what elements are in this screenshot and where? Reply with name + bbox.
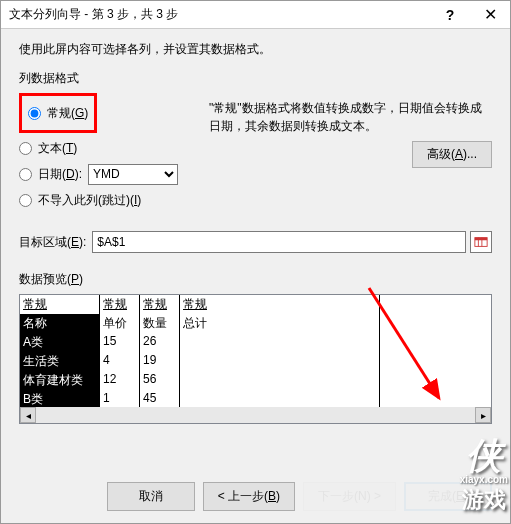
back-button[interactable]: < 上一步(B) — [203, 482, 295, 511]
help-button[interactable]: ? — [430, 1, 470, 29]
preview-cell: 总计 — [180, 314, 380, 333]
finish-button[interactable]: 完成(E) — [404, 482, 492, 511]
spreadsheet-icon — [474, 235, 488, 249]
radio-date[interactable] — [19, 168, 32, 181]
target-label: 目标区域(E): — [19, 234, 86, 251]
radio-skip-row[interactable]: 不导入此列(跳过)(I) — [19, 187, 209, 213]
radio-general-label: 常规(G) — [47, 105, 88, 122]
highlight-box: 常规(G) — [19, 93, 97, 133]
cancel-button[interactable]: 取消 — [107, 482, 195, 511]
radio-column: 常规(G) 文本(T) 日期(D): YMD 不导入此列(跳过)(I) — [19, 93, 209, 213]
next-button[interactable]: 下一步(N) > — [303, 482, 396, 511]
preview-cell: 名称 — [20, 314, 100, 333]
preview-cell: 单价 — [100, 314, 140, 333]
preview-grid: 常规 常规 常规 常规 名称 单价 数量 总计 A类 15 26 生活类 4 1… — [20, 295, 491, 409]
radio-text[interactable] — [19, 142, 32, 155]
scroll-track[interactable] — [36, 407, 475, 423]
watermark-brand: 侠 — [460, 438, 508, 474]
col-header[interactable]: 常规 — [140, 295, 180, 314]
description-column: "常规"数据格式将数值转换成数字，日期值会转换成日期，其余数据则转换成文本。 高… — [209, 93, 492, 213]
col-header[interactable]: 常规 — [100, 295, 140, 314]
preview-cell — [180, 352, 380, 371]
preview-cell: 数量 — [140, 314, 180, 333]
preview-cell: 生活类 — [20, 352, 100, 371]
preview-cell: 15 — [100, 333, 140, 352]
date-format-select[interactable]: YMD — [88, 164, 178, 185]
radio-text-row[interactable]: 文本(T) — [19, 135, 209, 161]
scroll-right-button[interactable]: ▸ — [475, 407, 491, 423]
radio-general-row[interactable]: 常规(G) — [28, 100, 88, 126]
preview-cell: A类 — [20, 333, 100, 352]
preview-cell — [180, 333, 380, 352]
col-header[interactable]: 常规 — [20, 295, 100, 314]
preview-cell — [180, 371, 380, 390]
instruction-text: 使用此屏内容可选择各列，并设置其数据格式。 — [19, 41, 492, 58]
radio-group: 常规(G) 文本(T) 日期(D): YMD 不导入此列(跳过)(I) — [19, 93, 492, 213]
preview-cell: 12 — [100, 371, 140, 390]
target-input[interactable] — [92, 231, 466, 253]
preview-cell: 4 — [100, 352, 140, 371]
preview-cell: 19 — [140, 352, 180, 371]
window-title: 文本分列向导 - 第 3 步，共 3 步 — [1, 6, 430, 23]
radio-skip[interactable] — [19, 194, 32, 207]
radio-date-row[interactable]: 日期(D): YMD — [19, 161, 209, 187]
titlebar: 文本分列向导 - 第 3 步，共 3 步 ? ✕ — [1, 1, 510, 29]
preview-cell: 26 — [140, 333, 180, 352]
wizard-window: 文本分列向导 - 第 3 步，共 3 步 ? ✕ 使用此屏内容可选择各列，并设置… — [0, 0, 511, 524]
close-button[interactable]: ✕ — [470, 1, 510, 29]
scroll-left-button[interactable]: ◂ — [20, 407, 36, 423]
column-format-label: 列数据格式 — [19, 70, 492, 87]
preview-cell: 体育建材类 — [20, 371, 100, 390]
preview-cell: 56 — [140, 371, 180, 390]
radio-general[interactable] — [28, 107, 41, 120]
preview-box: 常规 常规 常规 常规 名称 单价 数量 总计 A类 15 26 生活类 4 1… — [19, 294, 492, 424]
radio-skip-label: 不导入此列(跳过)(I) — [38, 192, 141, 209]
range-picker-button[interactable] — [470, 231, 492, 253]
col-header[interactable]: 常规 — [180, 295, 380, 314]
format-description: "常规"数据格式将数值转换成数字，日期值会转换成日期，其余数据则转换成文本。 — [209, 99, 492, 135]
content-area: 使用此屏内容可选择各列，并设置其数据格式。 列数据格式 常规(G) 文本(T) … — [1, 29, 510, 436]
radio-text-label: 文本(T) — [38, 140, 77, 157]
radio-date-label: 日期(D): — [38, 166, 82, 183]
horizontal-scrollbar[interactable]: ◂ ▸ — [20, 407, 491, 423]
target-row: 目标区域(E): — [19, 231, 492, 253]
preview-label: 数据预览(P) — [19, 271, 492, 288]
footer-buttons: 取消 < 上一步(B) 下一步(N) > 完成(E) — [107, 482, 492, 511]
advanced-button[interactable]: 高级(A)... — [412, 141, 492, 168]
svg-rect-1 — [475, 238, 487, 241]
